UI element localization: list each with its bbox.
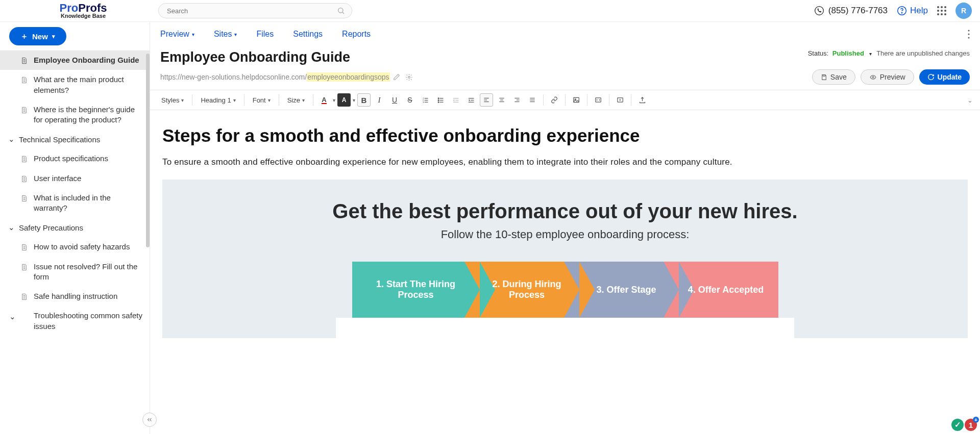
preview-button[interactable]: Preview <box>861 69 914 85</box>
sidebar-section-label: Safety Precautions <box>19 223 83 232</box>
submenu-files[interactable]: Files <box>256 30 274 39</box>
svg-point-48 <box>438 99 439 100</box>
toolbar-font-select[interactable]: Font▾ <box>249 93 275 107</box>
avatar[interactable]: R <box>955 3 972 19</box>
help-link[interactable]: Help <box>897 6 928 16</box>
edit-url-icon[interactable] <box>393 73 400 81</box>
align-left-icon[interactable] <box>480 93 493 107</box>
svg-point-33 <box>968 33 969 35</box>
sidebar: ＋ New ▾ Employee Onboarding Guide What a… <box>0 22 150 434</box>
sidebar-section-technical[interactable]: ⌄ Technical Specifications <box>0 130 150 149</box>
sidebar-item-issue-form[interactable]: Issue not resolved? Fill out the form <box>0 257 150 287</box>
title-row: Employee Onboarding Guide Status: Publis… <box>150 46 980 67</box>
content-paragraph: To ensure a smooth and effective onboard… <box>162 157 968 167</box>
toolbar-size-select[interactable]: Size▾ <box>283 93 309 107</box>
underline-icon[interactable]: U <box>388 93 401 107</box>
save-button[interactable]: Save <box>812 69 855 85</box>
refresh-icon <box>927 73 935 81</box>
sidebar-item-label: What are the main product elements? <box>34 74 143 95</box>
bold-icon[interactable]: B <box>357 93 371 107</box>
plus-icon: + <box>973 417 979 423</box>
sidebar-item-user-interface[interactable]: User interface <box>0 169 150 188</box>
top-header: ProProfs Knowledge Base (855) 776-7763 H… <box>0 0 980 22</box>
chevron-down-icon[interactable]: ▾ <box>869 51 872 57</box>
sidebar-item-label: How to avoid safety hazards <box>34 242 130 252</box>
sidebar-item-product-elements[interactable]: What are the main product elements? <box>0 70 150 100</box>
hero-heading: Get the best performance out of your new… <box>183 200 947 223</box>
hero-banner: Get the best performance out of your new… <box>162 180 968 338</box>
search-icon <box>337 7 345 15</box>
hero-subheading: Follow the 10-step employee onboarding p… <box>183 228 947 241</box>
submenu-preview[interactable]: Preview▾ <box>160 30 194 39</box>
submenu-settings[interactable]: Settings <box>293 30 323 39</box>
sidebar-item-warranty[interactable]: What is included in the warranty? <box>0 188 150 218</box>
phone-block[interactable]: (855) 776-7763 <box>814 6 888 16</box>
badge-error[interactable]: 1 + <box>965 419 977 431</box>
toolbar-expand-icon[interactable]: ⌄ <box>967 96 973 104</box>
eye-icon <box>869 74 877 81</box>
badge-success[interactable]: ✓ <box>951 419 964 431</box>
search-input[interactable] <box>158 3 352 18</box>
sidebar-item-safety-hazards[interactable]: How to avoid safety hazards <box>0 237 150 257</box>
svg-point-34 <box>968 37 969 38</box>
align-center-icon[interactable] <box>495 93 508 107</box>
status-area: Status: Published ▾ There are unpublishe… <box>808 49 970 57</box>
svg-point-2 <box>815 7 823 15</box>
logo-text: ProProfs <box>60 3 107 14</box>
italic-icon[interactable]: I <box>373 93 386 107</box>
more-menu-icon[interactable] <box>968 30 970 39</box>
unordered-list-icon[interactable] <box>434 93 447 107</box>
sidebar-item-safe-handling[interactable]: Safe handling instruction <box>0 287 150 306</box>
logo-subtitle: Knowledge Base <box>61 13 106 19</box>
image-icon[interactable] <box>570 93 583 107</box>
apps-icon[interactable] <box>937 6 946 15</box>
submenu: Preview▾ Sites▾ Files Settings Reports <box>150 22 980 46</box>
document-icon <box>20 292 29 301</box>
sidebar-item-label: What is included in the warranty? <box>34 193 143 214</box>
upload-icon[interactable] <box>635 93 649 107</box>
ordered-list-icon[interactable]: 123 <box>419 93 432 107</box>
highlight-color-dropdown[interactable]: ▾ <box>353 97 355 103</box>
text-color-icon[interactable]: A <box>317 93 331 107</box>
sidebar-section-safety[interactable]: ⌄ Safety Precautions <box>0 218 150 237</box>
outdent-icon[interactable] <box>449 93 462 107</box>
new-button[interactable]: ＋ New ▾ <box>9 27 66 45</box>
submenu-sites[interactable]: Sites▾ <box>214 30 237 39</box>
sidebar-item-onboarding-guide[interactable]: Employee Onboarding Guide <box>0 50 150 70</box>
chevron-down-icon: ▾ <box>52 33 55 40</box>
sidebar-item-troubleshooting[interactable]: ⌄ Troubleshooting common safety issues <box>0 306 150 336</box>
scrollbar[interactable] <box>146 54 150 247</box>
sidebar-item-label: Safe handling instruction <box>34 291 117 301</box>
status-label: Status: <box>808 49 828 57</box>
strikethrough-icon[interactable]: S <box>403 93 416 107</box>
indent-icon[interactable] <box>464 93 478 107</box>
chevron-down-icon: ▾ <box>192 32 194 37</box>
sidebar-item-label: Troubleshooting common safety issues <box>34 311 143 331</box>
url-settings-icon[interactable] <box>405 73 413 81</box>
content-editor[interactable]: Steps for a smooth and effective onboard… <box>150 110 980 434</box>
sidebar-item-label: User interface <box>34 173 81 184</box>
align-justify-icon[interactable] <box>526 93 539 107</box>
document-icon <box>20 263 29 272</box>
sidebar-item-beginners-guide[interactable]: Where is the beginner's guide for operat… <box>0 100 150 130</box>
chevron-down-icon: ⌄ <box>8 135 15 144</box>
toolbar-styles-select[interactable]: Styles▾ <box>157 93 188 107</box>
align-right-icon[interactable] <box>510 93 524 107</box>
sidebar-item-product-spec[interactable]: Product specifications <box>0 149 150 168</box>
video-icon[interactable] <box>614 93 627 107</box>
svg-point-0 <box>338 8 343 13</box>
link-icon[interactable] <box>548 93 561 107</box>
code-icon[interactable] <box>592 93 605 107</box>
toolbar-heading-select[interactable]: Heading 1▾ <box>197 93 239 107</box>
logo[interactable]: ProProfs Knowledge Base <box>8 3 158 19</box>
highlight-color-icon[interactable]: A <box>337 93 351 107</box>
status-value: Published <box>832 49 864 57</box>
document-icon <box>20 243 29 252</box>
svg-text:3: 3 <box>422 100 424 103</box>
sidebar-item-label: Issue not resolved? Fill out the form <box>34 262 143 283</box>
text-color-dropdown[interactable]: ▾ <box>333 97 335 103</box>
submenu-reports[interactable]: Reports <box>342 30 371 39</box>
chevron-down-icon: ▾ <box>234 32 237 37</box>
sidebar-section-label: Technical Specifications <box>19 135 100 144</box>
update-button[interactable]: Update <box>919 69 970 85</box>
